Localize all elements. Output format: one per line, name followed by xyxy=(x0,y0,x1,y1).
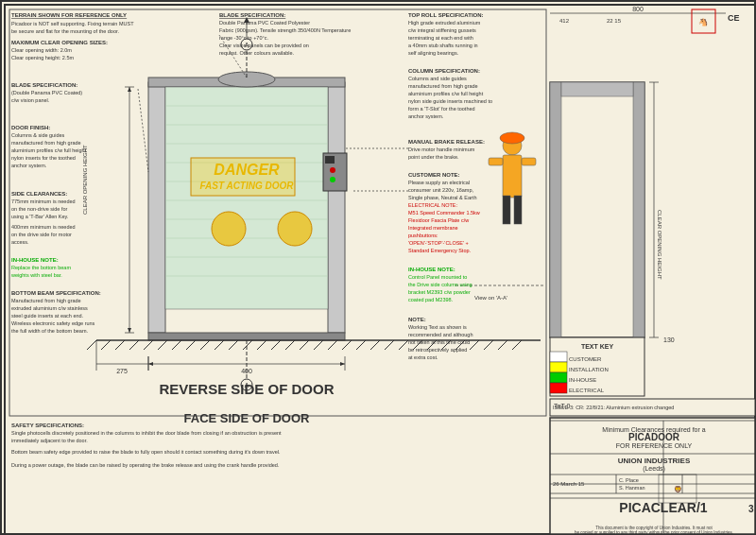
svg-text:weights with steel bar.: weights with steel bar. xyxy=(10,272,62,278)
svg-point-29 xyxy=(278,212,312,246)
svg-text:Picadoor is NOT self supportin: Picadoor is NOT self supporting. Fixing … xyxy=(11,21,134,26)
svg-text:on the non-drive side for: on the non-drive side for xyxy=(11,206,67,212)
svg-text:400: 400 xyxy=(241,368,252,374)
page: A 275 400 A 800 412 22 15 View on 'A xyxy=(0,0,756,535)
svg-text:UNION INDUSTRIES: UNION INDUSTRIES xyxy=(618,457,691,465)
svg-rect-86 xyxy=(550,82,644,337)
svg-text:ELECTRICAL: ELECTRICAL xyxy=(569,388,605,393)
svg-text:BLADE SPECIFICATION:: BLADE SPECIFICATION: xyxy=(11,82,77,88)
svg-rect-7 xyxy=(522,158,536,165)
svg-text:C. Place: C. Place xyxy=(619,477,639,483)
svg-text:'OPEN'-'STOP'-'CLOSE' +: 'OPEN'-'STOP'-'CLOSE' + xyxy=(408,240,469,246)
svg-text:c/w vision panel.: c/w vision panel. xyxy=(11,97,50,103)
svg-text:CUSTOMER NOTE:: CUSTOMER NOTE: xyxy=(408,172,460,178)
svg-text:REVERSE SIDE OF DOOR: REVERSE SIDE OF DOOR xyxy=(159,381,334,397)
svg-text:S. Hanman: S. Hanman xyxy=(619,485,645,491)
svg-text:High grade extruded aluminium: High grade extruded aluminium xyxy=(408,20,481,26)
svg-text:CUSTOMER: CUSTOMER xyxy=(569,356,602,362)
svg-text:IN-HOUSE NOTE:: IN-HOUSE NOTE: xyxy=(408,267,455,272)
svg-rect-89 xyxy=(561,82,633,96)
svg-point-26 xyxy=(330,177,335,182)
svg-text:Integrated membrane: Integrated membrane xyxy=(408,225,458,231)
svg-text:IN-HOUSE: IN-HOUSE xyxy=(569,377,596,383)
svg-text:not taken at this time could: not taken at this time could xyxy=(408,339,470,345)
svg-text:INSTALLATION: INSTALLATION xyxy=(569,367,609,372)
svg-text:Manufactured from high grade: Manufactured from high grade xyxy=(11,298,81,303)
svg-text:self aligning bearings.: self aligning bearings. xyxy=(408,50,459,56)
svg-text:DOOR FINISH:: DOOR FINISH: xyxy=(11,125,50,130)
svg-text:pushbuttons:: pushbuttons: xyxy=(408,233,438,238)
svg-text:M51 Speed Commander 1.5kw: M51 Speed Commander 1.5kw xyxy=(408,210,480,216)
svg-text:Clear opening width: 2.0m: Clear opening width: 2.0m xyxy=(11,47,72,53)
svg-text:BOTTOM BEAM SPECIFICATION:: BOTTOM BEAM SPECIFICATION: xyxy=(11,290,101,296)
svg-text:Working Text as shown is: Working Text as shown is xyxy=(408,324,467,330)
svg-text:MAXIMUM CLEAR OPENING SIZES:: MAXIMUM CLEAR OPENING SIZES: xyxy=(11,40,108,45)
svg-text:be secure and flat for the mou: be secure and flat for the mounting of t… xyxy=(11,28,120,34)
svg-text:FOR REFERENCE ONLY: FOR REFERENCE ONLY xyxy=(616,442,693,449)
svg-text:be copied or supplied to any t: be copied or supplied to any third party… xyxy=(575,530,733,535)
svg-text:CLEAR OPENING HEIGHT: CLEAR OPENING HEIGHT xyxy=(82,145,88,215)
svg-text:manufactured from high grade: manufactured from high grade xyxy=(408,83,478,89)
svg-text:TOP ROLL SPECIFICATION:: TOP ROLL SPECIFICATION: xyxy=(408,12,484,18)
svg-text:on the drive side for motor: on the drive side for motor xyxy=(11,232,72,237)
main-drawing: A 275 400 A 800 412 22 15 View on 'A xyxy=(2,2,756,535)
svg-text:immediately adjacent to the do: immediately adjacent to the door. xyxy=(11,438,88,443)
svg-text:IN-HOUSE NOTE:: IN-HOUSE NOTE: xyxy=(11,257,59,263)
svg-text:Bottom beam safety edge provid: Bottom beam safety edge provided to rais… xyxy=(11,449,281,455)
svg-text:aluminium profiles c/w full he: aluminium profiles c/w full height xyxy=(408,91,484,96)
svg-text:Clear opening height: 2.5m: Clear opening height: 2.5m xyxy=(11,55,74,60)
svg-text:3: 3 xyxy=(748,504,754,514)
svg-text:nylon side guide inserts machi: nylon side guide inserts machined to xyxy=(408,98,492,104)
svg-text:ISSUE 3: CR: 22/8/21: Aluminiu: ISSUE 3: CR: 22/8/21: Aluminium extrusio… xyxy=(553,405,674,410)
svg-text:Columns & side guides: Columns & side guides xyxy=(11,132,65,138)
svg-text:PICADOOR: PICADOOR xyxy=(628,432,680,442)
svg-text:FACE SIDE OF DOOR: FACE SIDE OF DOOR xyxy=(184,411,311,425)
svg-text:anchor system.: anchor system. xyxy=(11,163,47,168)
svg-text:FAST ACTING DOOR: FAST ACTING DOOR xyxy=(199,181,294,191)
svg-text:Replace the bottom beam: Replace the bottom beam xyxy=(11,265,71,270)
svg-text:412: 412 xyxy=(559,18,570,24)
svg-text:Columns and side guides: Columns and side guides xyxy=(408,76,467,81)
svg-point-8 xyxy=(500,132,524,144)
svg-text:a 40mm stub shafts running in: a 40mm stub shafts running in xyxy=(408,43,478,48)
svg-text:nylon inserts for the toothed: nylon inserts for the toothed xyxy=(11,155,76,161)
svg-text:Drive motor handle minimum: Drive motor handle minimum xyxy=(408,147,475,152)
svg-rect-3 xyxy=(503,155,522,198)
svg-rect-88 xyxy=(633,82,644,337)
svg-text:be retrospectively applied: be retrospectively applied xyxy=(408,347,467,353)
svg-rect-116 xyxy=(550,372,567,383)
svg-text:c/w integral stiffening gusset: c/w integral stiffening gussets xyxy=(408,27,476,33)
svg-text:using a 'T-Bar' Allen Key.: using a 'T-Bar' Allen Key. xyxy=(11,214,69,219)
svg-text:Single phase, Neutral & Earth: Single phase, Neutral & Earth xyxy=(408,195,476,200)
svg-text:Standard Emergency Stop.: Standard Emergency Stop. xyxy=(408,248,472,253)
svg-text:SAFETY SPECIFICATIONS:: SAFETY SPECIFICATIONS: xyxy=(11,423,84,428)
svg-rect-112 xyxy=(550,352,567,362)
svg-rect-4 xyxy=(503,196,510,224)
svg-text:View on 'A-A': View on 'A-A' xyxy=(474,295,507,301)
svg-text:recommended and although: recommended and although xyxy=(408,332,473,337)
svg-text:MANUAL BRAKE RELEASE:: MANUAL BRAKE RELEASE: xyxy=(408,139,485,145)
svg-text:Single photocells discretely p: Single photocells discretely positioned … xyxy=(11,430,282,436)
svg-text:point under the brake.: point under the brake. xyxy=(408,154,459,160)
svg-text:130: 130 xyxy=(663,337,675,343)
svg-text:800: 800 xyxy=(632,6,644,12)
svg-text:anchor system.: anchor system. xyxy=(408,113,444,119)
svg-text:at extra cost.: at extra cost. xyxy=(408,354,438,360)
svg-text:manufactured from high grade: manufactured from high grade xyxy=(11,140,81,146)
svg-text:coated pad M2398.: coated pad M2398. xyxy=(408,297,454,302)
svg-text:275: 275 xyxy=(116,368,128,374)
svg-rect-5 xyxy=(514,196,522,224)
svg-rect-10 xyxy=(328,82,345,333)
svg-text:During a power outage, the bla: During a power outage, the blade can be … xyxy=(11,462,280,468)
svg-text:Wireless electronic safety edg: Wireless electronic safety edge runs xyxy=(11,320,95,326)
svg-text:DANGER: DANGER xyxy=(214,162,280,178)
svg-text:form a 'T-Slot' for the toothe: form a 'T-Slot' for the toothed xyxy=(408,106,475,112)
svg-text:ToT 0: ToT 0 xyxy=(554,403,570,409)
svg-text:CE: CE xyxy=(728,13,740,23)
svg-text:Fabric (900gsm). Tensile stren: Fabric (900gsm). Tensile strength 350/40… xyxy=(219,27,351,33)
svg-point-28 xyxy=(212,212,246,246)
svg-text:SIDE CLEARANCES:: SIDE CLEARANCES: xyxy=(11,191,67,197)
svg-text:range -30°c to +70°c.: range -30°c to +70°c. xyxy=(219,35,268,41)
svg-rect-24 xyxy=(325,156,335,164)
svg-text:400mm minimum is needed: 400mm minimum is needed xyxy=(11,224,76,230)
